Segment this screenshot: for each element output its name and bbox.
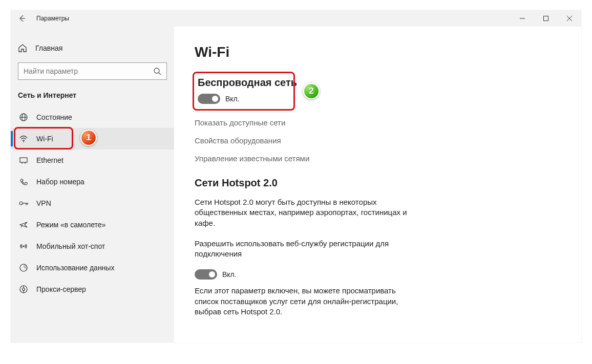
hotspot-icon (19, 242, 28, 251)
airplane-icon (19, 220, 28, 229)
hotspot-heading: Сети Hotspot 2.0 (195, 177, 561, 189)
close-button[interactable] (558, 10, 581, 27)
window-title: Параметры (36, 15, 69, 22)
svg-point-17 (23, 246, 25, 247)
sidebar-home-label: Главная (35, 44, 62, 52)
hotspot-signup-toggle[interactable] (195, 269, 217, 280)
sidebar-home[interactable]: Главная (11, 38, 174, 58)
sidebar-item-airplane[interactable]: Режим «в самолете» (11, 214, 174, 235)
maximize-button[interactable] (534, 10, 558, 27)
sidebar-item-label: Мобильный хот-спот (36, 242, 105, 250)
wireless-heading: Беспроводная сеть (198, 77, 297, 89)
sidebar: Главная Сеть и Интернет Состояние (11, 27, 174, 342)
sidebar-item-label: Прокси-сервер (36, 285, 86, 293)
hotspot-desc1: Сети Hotspot 2.0 могут быть доступны в н… (195, 197, 410, 228)
link-manage-known[interactable]: Управление известными сетями (195, 154, 561, 163)
annotation-badge-2: 2 (303, 83, 320, 99)
svg-point-9 (23, 141, 24, 142)
settings-window: Параметры Главная (10, 10, 582, 343)
data-usage-icon (19, 263, 28, 272)
wifi-toggle-label: Вкл. (225, 95, 240, 103)
sidebar-item-ethernet[interactable]: Ethernet (11, 149, 174, 171)
window-controls (511, 10, 581, 27)
search-input-wrapper[interactable] (18, 62, 167, 80)
svg-rect-1 (544, 16, 548, 21)
svg-point-20 (23, 288, 25, 291)
svg-point-13 (19, 202, 23, 205)
sidebar-item-label: Режим «в самолете» (36, 221, 105, 229)
svg-rect-10 (20, 158, 27, 162)
sidebar-item-label: Ethernet (36, 156, 64, 164)
svg-line-5 (159, 73, 161, 75)
link-hardware-props[interactable]: Свойства оборудования (195, 136, 561, 145)
titlebar: Параметры (11, 10, 581, 27)
vpn-icon (19, 200, 29, 207)
search-icon (153, 67, 161, 75)
sidebar-item-label: VPN (36, 199, 51, 207)
back-button[interactable] (11, 10, 33, 27)
wifi-icon (19, 134, 28, 143)
wifi-toggle[interactable] (198, 94, 220, 104)
arrow-left-icon (18, 14, 26, 23)
search-input[interactable] (24, 67, 153, 75)
sidebar-item-hotspot[interactable]: Мобильный хот-спот (11, 235, 174, 257)
content-pane: Wi-Fi Беспроводная сеть Вкл. 2 Показать … (174, 27, 581, 342)
link-show-available[interactable]: Показать доступные сети (195, 118, 561, 127)
sidebar-item-vpn[interactable]: VPN (11, 192, 174, 214)
proxy-icon (19, 285, 28, 294)
hotspot-toggle-label: Вкл. (222, 270, 237, 279)
annotation-badge-1: 1 (80, 130, 97, 146)
home-icon (18, 44, 27, 53)
sidebar-item-label: Wi-Fi (36, 135, 53, 143)
page-title: Wi-Fi (195, 44, 561, 60)
sidebar-item-status[interactable]: Состояние (11, 106, 174, 128)
sidebar-item-dialup[interactable]: Набор номера (11, 171, 174, 192)
dialup-icon (19, 177, 28, 186)
sidebar-item-datausage[interactable]: Использование данных (11, 257, 174, 279)
globe-icon (19, 113, 28, 122)
sidebar-item-label: Набор номера (36, 178, 84, 186)
svg-point-4 (154, 68, 159, 73)
sidebar-item-label: Использование данных (36, 264, 114, 272)
hotspot-permit-text: Разрешить использовать веб-службу регист… (195, 239, 399, 260)
sidebar-section-header: Сеть и Интернет (11, 89, 174, 106)
hotspot-desc2: Если этот параметр включен, вы можете пр… (195, 286, 410, 317)
sidebar-item-label: Состояние (36, 113, 72, 121)
sidebar-item-proxy[interactable]: Прокси-сервер (11, 279, 174, 300)
ethernet-icon (19, 156, 28, 165)
minimize-button[interactable] (511, 10, 534, 27)
